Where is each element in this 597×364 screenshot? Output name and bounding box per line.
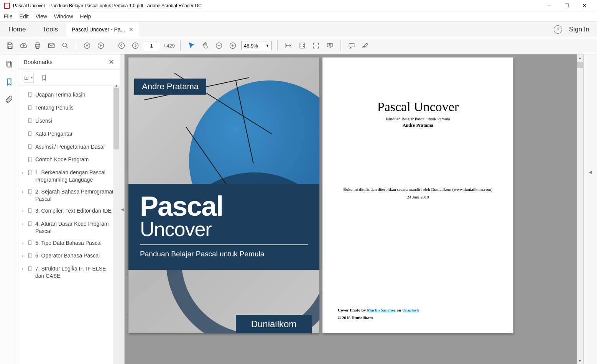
bookmark-item[interactable]: Lisensi (18, 115, 120, 128)
chevron-right-icon[interactable]: › (20, 208, 25, 214)
menu-edit[interactable]: Edit (20, 13, 29, 20)
menubar: File Edit View Window Help (0, 11, 597, 22)
tab-tools[interactable]: Tools (34, 22, 66, 37)
next-page-icon[interactable] (130, 40, 141, 51)
document-area[interactable]: Andre Pratama Pascal Uncover Panduan Bel… (125, 54, 577, 364)
first-page-icon[interactable] (82, 40, 92, 51)
save-icon[interactable] (5, 40, 15, 51)
bookmark-icon (27, 118, 34, 126)
svg-rect-8 (327, 43, 332, 47)
bookmark-icon (27, 221, 34, 229)
bookmark-label: 2. Sejarah Bahasa Pemrograman Pascal (35, 188, 116, 203)
last-page-icon[interactable] (95, 40, 106, 51)
bookmark-label: 5. Tipe Data Bahasa Pascal (35, 239, 116, 247)
page-number-input[interactable] (144, 41, 159, 50)
bookmark-label: Contoh Kode Program (35, 156, 116, 163)
help-icon[interactable]: ? (554, 25, 562, 34)
bookmark-item[interactable]: Asumsi / Pengetahuan Dasar (18, 141, 120, 154)
bookmark-item[interactable]: Kata Pengantar (18, 128, 120, 141)
chevron-right-icon[interactable]: › (20, 266, 25, 272)
cover-subtitle: Panduan Belajar Pascal untuk Pemula (140, 250, 308, 258)
svg-rect-7 (300, 43, 304, 48)
bookmark-item[interactable]: ›1. Berkenalan dengan Pascal Programming… (18, 167, 120, 186)
svg-rect-9 (7, 61, 10, 66)
bookmark-icon (27, 105, 34, 113)
bookmark-item[interactable]: Tentang Penulis (18, 102, 120, 115)
bookmark-icon (27, 208, 34, 216)
bookmark-item[interactable]: Ucapan Terima kasih (18, 89, 120, 102)
fit-page-icon[interactable] (297, 40, 308, 51)
tab-close-icon[interactable]: ✕ (129, 26, 133, 33)
credit-site-link[interactable]: Unsplash (402, 308, 419, 312)
tools-pane-handle[interactable]: ◀ (583, 54, 597, 364)
zoom-in-icon[interactable] (227, 40, 238, 51)
svg-point-4 (133, 43, 138, 49)
left-rail (0, 54, 18, 364)
bookmark-label: 7. Struktur Logika IF, IF ELSE dan CASE (35, 265, 116, 280)
nav-scrollbar[interactable]: ▴ (113, 86, 120, 364)
bookmark-item[interactable]: ›3. Compiler, Text Editor dan IDE (18, 205, 120, 218)
bookmark-label: 3. Compiler, Text Editor dan IDE (35, 207, 116, 215)
close-window-button[interactable]: ✕ (576, 0, 593, 11)
bookmarks-rail-icon[interactable] (5, 77, 14, 87)
attachments-rail-icon[interactable] (5, 95, 14, 104)
search-icon[interactable] (60, 40, 71, 51)
credit-author-link[interactable]: Martin Sanchez (367, 308, 396, 312)
read-mode-icon[interactable] (324, 40, 335, 51)
bookmark-item[interactable]: ›7. Struktur Logika IF, IF ELSE dan CASE (18, 263, 120, 282)
svg-point-3 (119, 43, 125, 49)
bookmark-item[interactable]: Contoh Kode Program (18, 154, 120, 167)
chevron-right-icon[interactable]: › (20, 221, 25, 227)
chevron-right-icon[interactable]: › (20, 240, 25, 246)
p2-author: Andre Pratama (338, 123, 498, 128)
prev-page-icon[interactable] (116, 40, 127, 51)
bookmarks-list: Ucapan Terima kasihTentang PenulisLisens… (18, 86, 120, 364)
signin-button[interactable]: Sign In (569, 26, 589, 33)
bookmark-label: 6. Operator Bahasa Pascal (35, 252, 116, 259)
sign-icon[interactable] (360, 40, 371, 51)
fit-width-icon[interactable] (283, 40, 294, 51)
svg-point-0 (62, 43, 66, 47)
cloud-upload-icon[interactable] (18, 40, 29, 51)
bookmark-icon (27, 156, 34, 164)
page-total: / 429 (164, 43, 175, 49)
bookmark-icon (27, 240, 34, 248)
bookmark-item[interactable]: ›4. Aturan Dasar Kode Program Pascal (18, 218, 120, 237)
tab-home[interactable]: Home (0, 22, 34, 37)
pdf-page-1: Andre Pratama Pascal Uncover Panduan Bel… (128, 57, 319, 333)
bookmark-item[interactable]: ›6. Operator Bahasa Pascal (18, 250, 120, 263)
bookmark-icon (27, 266, 34, 274)
zoom-select[interactable]: 48,9%▼ (241, 41, 272, 50)
chevron-right-icon[interactable]: › (20, 170, 25, 175)
collapse-panel-handle[interactable]: ◀ (120, 54, 125, 364)
print-icon[interactable] (32, 40, 43, 51)
menu-window[interactable]: Window (54, 13, 73, 20)
menu-help[interactable]: Help (80, 13, 91, 20)
hand-tool-icon[interactable] (200, 40, 211, 51)
cover-publisher: Duniailkom (236, 315, 312, 333)
selection-tool-icon[interactable] (186, 40, 197, 51)
maximize-button[interactable]: ☐ (558, 0, 576, 11)
fullscreen-icon[interactable] (311, 40, 321, 51)
bookmark-item[interactable]: ›2. Sejarah Bahasa Pemrograman Pascal (18, 186, 120, 205)
window-title: Pascal Uncover - Panduan Belajar Pascal … (13, 3, 202, 8)
tab-document[interactable]: Pascal Uncover - Pa... ✕ (66, 22, 139, 37)
chevron-right-icon[interactable]: › (20, 189, 25, 195)
menu-file[interactable]: File (4, 13, 13, 20)
tab-document-label: Pascal Uncover - Pa... (72, 26, 125, 33)
new-bookmark-icon[interactable] (39, 73, 49, 83)
doc-scrollbar[interactable]: ▴ ▾ (577, 54, 583, 364)
pdf-page-2: Pascal Uncover Panduan Belajar Pascal un… (322, 57, 513, 333)
zoom-out-icon[interactable] (214, 40, 224, 51)
thumbnails-rail-icon[interactable] (5, 60, 14, 69)
cover-title-1: Pascal (140, 193, 308, 219)
close-panel-icon[interactable]: ✕ (109, 58, 114, 66)
comment-icon[interactable] (346, 40, 357, 51)
minimize-button[interactable]: ─ (540, 0, 558, 11)
chevron-right-icon[interactable]: › (20, 253, 25, 259)
email-icon[interactable] (46, 40, 57, 51)
menu-view[interactable]: View (36, 13, 47, 20)
bookmark-item[interactable]: ›5. Tipe Data Bahasa Pascal (18, 237, 120, 250)
bookmark-icon (27, 253, 34, 261)
bookmark-options-icon[interactable]: ▼ (24, 73, 34, 83)
